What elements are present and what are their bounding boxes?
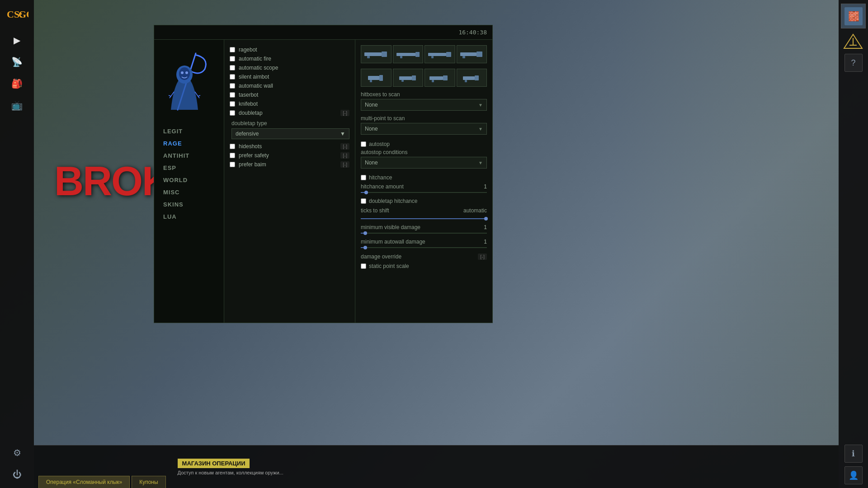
doubletap-type-label: doubletap type bbox=[231, 120, 349, 127]
rank-icon bbox=[842, 32, 865, 50]
min-autowall-damage-value: 1 bbox=[484, 239, 487, 245]
silent-aimbot-checkbox[interactable] bbox=[230, 74, 235, 80]
svg-rect-31 bbox=[429, 76, 443, 80]
automatic-wall-checkbox[interactable] bbox=[230, 83, 235, 89]
doubletap-keybind[interactable]: [-] bbox=[340, 110, 349, 116]
avatar[interactable]: 🧱 bbox=[841, 4, 866, 28]
svg-rect-15 bbox=[367, 56, 370, 58]
tab-coupons[interactable]: Купоны bbox=[132, 476, 165, 488]
nav-rage[interactable]: RAGE bbox=[159, 138, 219, 149]
damage-override-keybind[interactable]: [-] bbox=[478, 253, 487, 260]
ragebot-checkbox[interactable] bbox=[230, 47, 235, 52]
svg-rect-33 bbox=[432, 80, 434, 82]
min-visible-damage-slider[interactable] bbox=[361, 233, 487, 234]
hideshots-checkbox[interactable] bbox=[230, 144, 235, 149]
doubletap-hitchance-label: doubletap hitchance bbox=[369, 198, 487, 204]
weapon-btn-4[interactable] bbox=[457, 45, 487, 63]
svg-rect-34 bbox=[463, 76, 475, 80]
doubletap-type-dropdown[interactable]: defensive ▼ bbox=[231, 128, 349, 139]
weapon-btn-3[interactable] bbox=[425, 45, 455, 63]
hitboxes-dropdown[interactable]: None ▼ bbox=[361, 99, 487, 111]
weapon-grid-row1 bbox=[361, 45, 487, 63]
autostop-label: autostop bbox=[369, 141, 487, 147]
knifebot-label: knifebot bbox=[239, 101, 349, 107]
weapon-btn-2[interactable] bbox=[393, 45, 424, 63]
static-point-scale-checkbox[interactable] bbox=[361, 263, 366, 269]
weapon-btn-6[interactable] bbox=[393, 69, 424, 87]
nav-legit[interactable]: LEGIT bbox=[159, 126, 219, 137]
menu-header: 16:40:38 bbox=[154, 25, 492, 40]
watch-icon[interactable]: 📺 bbox=[7, 95, 27, 115]
autostop-checkbox[interactable] bbox=[361, 141, 366, 147]
knifebot-item: knifebot bbox=[230, 99, 349, 108]
automatic-wall-item: automatic wall bbox=[230, 81, 349, 90]
nav-lua[interactable]: LUA bbox=[159, 211, 219, 222]
min-visible-damage-value: 1 bbox=[484, 224, 487, 230]
autostop-conditions-dropdown[interactable]: None ▼ bbox=[361, 157, 487, 169]
svg-rect-20 bbox=[446, 52, 451, 57]
nav-misc[interactable]: MISC bbox=[159, 187, 219, 198]
hitchance-amount-slider[interactable] bbox=[361, 192, 487, 193]
knifebot-checkbox[interactable] bbox=[230, 101, 235, 107]
hitchance-checkbox[interactable] bbox=[361, 175, 366, 180]
min-autowall-damage-slider[interactable] bbox=[361, 247, 487, 248]
automatic-scope-item: automatic scope bbox=[230, 63, 349, 72]
nav-world[interactable]: WORLD bbox=[159, 174, 219, 186]
info-icon[interactable]: ℹ bbox=[844, 445, 863, 463]
hideshots-keybind[interactable]: [-] bbox=[340, 143, 349, 150]
svg-rect-29 bbox=[412, 75, 416, 80]
hitchance-amount-value: 1 bbox=[484, 183, 487, 190]
svg-point-12 bbox=[185, 71, 188, 74]
doubletap-type-value: defensive bbox=[236, 131, 259, 137]
svg-rect-13 bbox=[364, 52, 382, 56]
broadcast-icon[interactable]: 📡 bbox=[7, 52, 27, 72]
nav-esp[interactable]: ESP bbox=[159, 162, 219, 174]
weapon-btn-1[interactable] bbox=[361, 45, 392, 63]
automatic-fire-checkbox[interactable] bbox=[230, 56, 235, 61]
ragebot-label: ragebot bbox=[239, 47, 349, 53]
multipoint-arrow: ▼ bbox=[478, 127, 483, 131]
prefer-safety-keybind[interactable]: [-] bbox=[340, 152, 349, 159]
autostop-conditions-arrow: ▼ bbox=[478, 160, 483, 165]
svg-rect-35 bbox=[475, 75, 479, 80]
weapon-btn-5[interactable] bbox=[361, 69, 392, 87]
prefer-safety-item: prefer safety [-] bbox=[230, 151, 349, 160]
nav-skins[interactable]: SKINS bbox=[159, 199, 219, 210]
help-icon[interactable]: ? bbox=[844, 54, 863, 72]
profile-icon[interactable]: 👤 bbox=[844, 466, 863, 484]
doubletap-dropdown-arrow: ▼ bbox=[340, 131, 345, 137]
taserbot-checkbox[interactable] bbox=[230, 92, 235, 98]
multipoint-value: None bbox=[365, 126, 378, 132]
prefer-safety-checkbox[interactable] bbox=[230, 153, 235, 158]
play-icon[interactable]: ▶ bbox=[7, 30, 27, 50]
taserbot-label: taserbot bbox=[239, 92, 349, 98]
tab-operation[interactable]: Операция «Сломанный клык» bbox=[38, 476, 130, 488]
prefer-baim-checkbox[interactable] bbox=[230, 162, 235, 167]
ticks-to-shift-slider[interactable] bbox=[361, 218, 487, 219]
nav-items: LEGIT RAGE ANTIHIT ESP WORLD MISC SKINS … bbox=[159, 126, 219, 222]
svg-rect-32 bbox=[443, 75, 448, 80]
ragebot-item: ragebot bbox=[230, 45, 349, 54]
prefer-baim-keybind[interactable]: [-] bbox=[340, 161, 349, 168]
hitboxes-label: hitboxes to scan bbox=[361, 91, 487, 98]
clock: 16:40:38 bbox=[458, 29, 487, 36]
min-autowall-damage-label: minimum autowall damage bbox=[361, 239, 484, 245]
weapon-btn-8[interactable] bbox=[457, 69, 487, 87]
doubletap-checkbox[interactable] bbox=[230, 110, 235, 116]
weapon-btn-7[interactable] bbox=[425, 69, 455, 87]
multipoint-dropdown[interactable]: None ▼ bbox=[361, 123, 487, 135]
weapon-grid-row2 bbox=[361, 69, 487, 87]
svg-rect-36 bbox=[465, 80, 467, 82]
power-icon[interactable]: ⏻ bbox=[7, 465, 27, 484]
inventory-icon[interactable]: 🎒 bbox=[7, 74, 27, 94]
promo-title[interactable]: МАГАЗИН ОПЕРАЦИИ bbox=[178, 459, 250, 468]
automatic-scope-checkbox[interactable] bbox=[230, 65, 235, 70]
static-point-scale-row: static point scale bbox=[361, 262, 487, 271]
autostop-conditions-value: None bbox=[365, 160, 378, 166]
svg-rect-18 bbox=[400, 56, 402, 58]
doubletap-hitchance-checkbox[interactable] bbox=[361, 198, 366, 204]
settings-icon[interactable]: ⚙ bbox=[7, 443, 27, 463]
nav-antihit[interactable]: ANTIHIT bbox=[159, 150, 219, 161]
left-panel: ragebot automatic fire automatic scope s… bbox=[224, 40, 355, 323]
autostop-conditions-section: autostop conditions None ▼ bbox=[361, 149, 487, 169]
